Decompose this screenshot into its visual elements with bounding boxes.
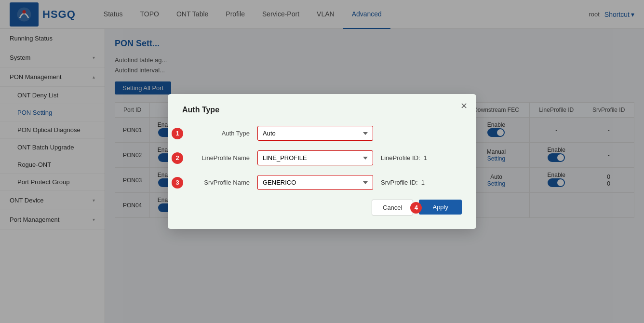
modal-title: Auth Type — [182, 106, 462, 114]
srv-profile-id-label: SrvProfile ID: 1 — [381, 179, 425, 186]
step-badge-4: 4 — [410, 202, 422, 214]
apply-button[interactable]: Apply — [419, 200, 462, 215]
main-content: PON Sett... Autofind table ag... Autofin… — [105, 29, 644, 323]
label-srv-profile: SrvProfile Name — [182, 179, 250, 186]
step-badge-3: 3 — [172, 177, 183, 188]
select-srv-profile[interactable]: GENERICO — [257, 175, 373, 190]
step-badge-1: 1 — [172, 128, 183, 139]
modal-actions: Cancel 4 Apply — [182, 200, 462, 215]
select-line-profile[interactable]: LINE_PROFILE — [257, 150, 373, 165]
form-row-auth-type: 1 Auth Type Auto Manual Password — [182, 126, 462, 141]
form-row-line-profile: 2 LineProfile Name LINE_PROFILE LineProf… — [182, 150, 462, 165]
cancel-button[interactable]: Cancel — [372, 200, 413, 215]
modal-close-button[interactable]: ✕ — [460, 102, 468, 110]
label-auth-type: Auth Type — [182, 130, 250, 137]
select-auth-type[interactable]: Auto Manual Password — [257, 126, 373, 141]
layout: Running Status System ▾ PON Management ▴… — [0, 29, 644, 323]
form-row-srv-profile: 3 SrvProfile Name GENERICO SrvProfile ID… — [182, 175, 462, 190]
modal-overlay: ✕ Auth Type 1 Auth Type Auto Manual Pass… — [105, 29, 644, 323]
label-line-profile: LineProfile Name — [182, 154, 250, 162]
line-profile-id-label: LineProfile ID: 1 — [381, 154, 427, 162]
step-badge-2: 2 — [172, 152, 183, 164]
auth-type-modal: ✕ Auth Type 1 Auth Type Auto Manual Pass… — [168, 94, 476, 229]
